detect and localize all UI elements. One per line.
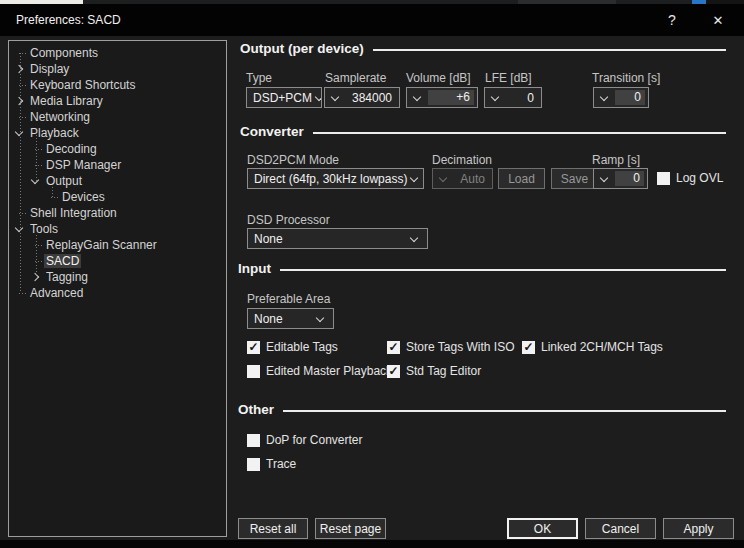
samplerate-value: 384000 <box>344 91 396 105</box>
volume-label: Volume [dB] <box>406 71 471 85</box>
checkbox-label: Editable Tags <box>266 340 338 354</box>
preferences-dialog: Preferences: SACD ? ✕ ComponentsDisplayK… <box>0 0 744 548</box>
tree-item-playback[interactable]: Playback <box>9 125 226 141</box>
tree-item-label: ReplayGain Scanner <box>44 238 159 252</box>
section-rule <box>283 410 726 412</box>
lfe-value: 0 <box>504 91 538 105</box>
tree-connector-line <box>52 187 53 197</box>
chevron-down-icon <box>328 91 344 105</box>
reset-page-button[interactable]: Reset page <box>315 518 386 539</box>
tree-item-label: SACD <box>44 254 81 268</box>
lfe-label: LFE [dB] <box>485 71 532 85</box>
tree-item-label: Keyboard Shortcuts <box>28 78 137 92</box>
chevron-down-icon <box>313 312 329 326</box>
cancel-button[interactable]: Cancel <box>585 518 656 539</box>
section-input: Input <box>238 261 726 276</box>
checkbox-box: ✓ <box>522 341 535 354</box>
checkbox-label: Edited Master Playback <box>266 364 392 378</box>
ramp-select[interactable]: 0 <box>593 168 648 189</box>
save-button[interactable]: Save <box>551 168 598 189</box>
checkbox-label: Trace <box>266 457 296 471</box>
type-value: DSD+PCM <box>253 91 312 105</box>
section-title: Input <box>238 261 271 276</box>
tree-item-media-library[interactable]: Media Library <box>9 93 226 109</box>
tree-item-components[interactable]: Components <box>9 45 226 61</box>
volume-select[interactable]: +6 <box>406 87 478 108</box>
decimation-label: Decimation <box>432 153 492 167</box>
tree-item-sacd[interactable]: SACD <box>9 253 226 269</box>
decimation-select: Auto <box>432 168 493 189</box>
dsd2pcm-label: DSD2PCM Mode <box>247 153 339 167</box>
checkbox-box <box>247 458 260 471</box>
tree-item-devices[interactable]: Devices <box>9 189 226 205</box>
type-select[interactable]: DSD+PCM <box>246 87 322 108</box>
edited-master-playback-checkbox[interactable]: Edited Master Playback <box>247 364 392 378</box>
std-tag-editor-checkbox[interactable]: ✓ Std Tag Editor <box>387 364 481 378</box>
log-ovl-checkbox[interactable]: Log OVL <box>657 171 723 185</box>
checkbox-label: Store Tags With ISO <box>406 340 515 354</box>
tree-item-label: Media Library <box>28 94 105 108</box>
tree-item-label: Components <box>28 46 100 60</box>
tree-item-display[interactable]: Display <box>9 61 226 77</box>
section-output: Output (per device) <box>240 41 726 56</box>
dop-for-converter-checkbox[interactable]: DoP for Converter <box>247 433 363 447</box>
samplerate-label: Samplerate <box>325 71 386 85</box>
dsd2pcm-mode-select[interactable]: Direct (64fp, 30kHz lowpass) <box>247 168 424 189</box>
tree-item-label: Output <box>44 174 84 188</box>
ramp-value: 0 <box>615 171 644 186</box>
section-title: Output (per device) <box>240 41 364 56</box>
apply-button[interactable]: Apply <box>663 518 734 539</box>
close-button[interactable]: ✕ <box>698 4 738 36</box>
tree-item-networking[interactable]: Networking <box>9 109 226 125</box>
tree-item-label: Tools <box>28 222 60 236</box>
chevron-down-icon <box>410 91 426 105</box>
tree-item-label: Advanced <box>28 286 85 300</box>
tree-item-label: Decoding <box>44 142 99 156</box>
tree-connector-line <box>36 135 37 181</box>
section-rule <box>280 269 726 271</box>
tree-item-shell-integration[interactable]: Shell Integration <box>9 205 226 221</box>
tree-item-dsp-manager[interactable]: DSP Manager <box>9 157 226 173</box>
tree-item-tagging[interactable]: Tagging <box>9 269 226 285</box>
tree-item-decoding[interactable]: Decoding <box>9 141 226 157</box>
dialog-bottom-edge <box>0 540 744 548</box>
transition-value: 0 <box>615 90 645 105</box>
load-button[interactable]: Load <box>498 168 545 189</box>
transition-select[interactable]: 0 <box>593 87 649 108</box>
tree-item-replaygain-scanner[interactable]: ReplayGain Scanner <box>9 237 226 253</box>
dsd2pcm-mode-value: Direct (64fp, 30kHz lowpass) <box>254 172 407 186</box>
chevron-down-icon <box>436 172 452 186</box>
tree-item-tools[interactable]: Tools <box>9 221 226 237</box>
tree-connector-line <box>36 235 37 277</box>
tree-item-keyboard-shortcuts[interactable]: Keyboard Shortcuts <box>9 77 226 93</box>
preferable-area-select[interactable]: None <box>247 308 334 329</box>
tree-item-label: Tagging <box>44 270 90 284</box>
samplerate-select[interactable]: 384000 <box>324 87 400 108</box>
section-converter: Converter <box>240 124 726 139</box>
transition-label: Transition [s] <box>592 71 660 85</box>
trace-checkbox[interactable]: Trace <box>247 457 296 471</box>
preferable-area-label: Preferable Area <box>247 292 330 306</box>
tree-item-advanced[interactable]: Advanced <box>9 285 226 301</box>
tree-item-label: Display <box>28 62 71 76</box>
checkbox-box <box>247 434 260 447</box>
type-label: Type <box>246 71 272 85</box>
title-bar: Preferences: SACD ? ✕ <box>0 4 744 36</box>
help-button[interactable]: ? <box>652 4 692 36</box>
section-other: Other <box>238 402 726 417</box>
chevron-down-icon <box>407 172 423 186</box>
checkbox-label: Linked 2CH/MCH Tags <box>541 340 663 354</box>
ok-button[interactable]: OK <box>507 518 578 539</box>
linked-2ch-mch-tags-checkbox[interactable]: ✓ Linked 2CH/MCH Tags <box>522 340 663 354</box>
lfe-select[interactable]: 0 <box>484 87 542 108</box>
tree-item-output[interactable]: Output <box>9 173 226 189</box>
store-tags-with-iso-checkbox[interactable]: ✓ Store Tags With ISO <box>387 340 515 354</box>
dsd-processor-label: DSD Processor <box>247 213 330 227</box>
reset-all-button[interactable]: Reset all <box>238 518 308 539</box>
preferences-tree: ComponentsDisplayKeyboard ShortcutsMedia… <box>8 40 227 537</box>
checkbox-box: ✓ <box>387 365 400 378</box>
editable-tags-checkbox[interactable]: ✓ Editable Tags <box>247 340 338 354</box>
dsd-processor-select[interactable]: None <box>247 228 428 249</box>
chevron-down-icon <box>312 91 322 105</box>
checkbox-box: ✓ <box>387 341 400 354</box>
